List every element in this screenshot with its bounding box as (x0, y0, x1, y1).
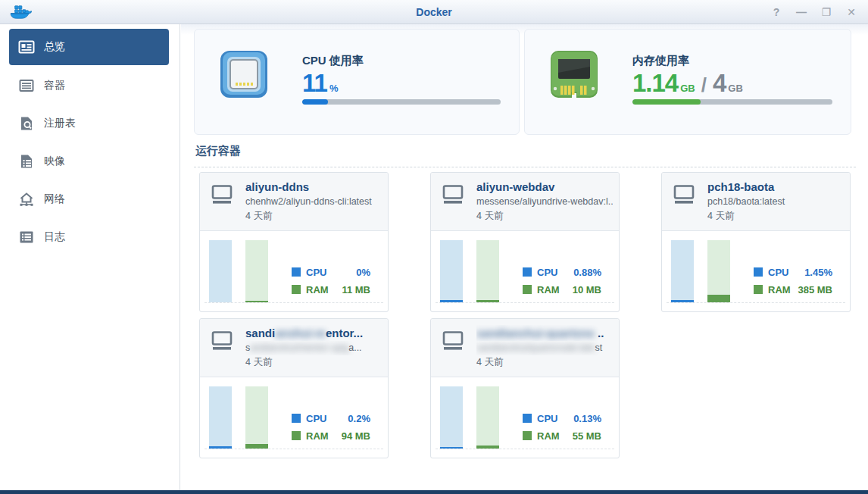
container-card-header: sandianchui-quartzno .. sandianshui/quar… (431, 319, 619, 377)
chart-baseline (205, 302, 383, 303)
ram-legend-row: RAM94 MB (292, 430, 370, 442)
container-image: chenhw2/aliyun-ddns-cli:latest (245, 195, 382, 209)
redacted-text: anshui-m (275, 327, 326, 339)
memory-progress-fill (632, 99, 701, 105)
redacted-text: sandianchui-quartzno (476, 327, 595, 339)
container-name: pch18-baota (707, 179, 844, 195)
sidebar-item-label: 映像 (44, 155, 65, 168)
ram-value: 10 MB (573, 284, 601, 295)
cpu-swatch (292, 267, 301, 277)
chart-baseline (436, 449, 614, 449)
container-card-aliyun-ddns[interactable]: aliyun-ddns chenhw2/aliyun-ddns-cli:late… (199, 172, 389, 312)
cpu-legend-row: CPU1.45% (754, 266, 832, 278)
cpu-percent-number: 11 (302, 69, 327, 97)
ram-value: 55 MB (573, 430, 601, 442)
sidebar-item-images[interactable]: 映像 (0, 142, 180, 180)
memory-separator: / (701, 73, 707, 96)
cpu-value: 1.45% (804, 267, 832, 278)
cpu-legend-row: CPU0.13% (523, 412, 601, 424)
cpu-legend-row: CPU0.88% (523, 266, 601, 278)
container-age: 4 天前 (476, 209, 613, 224)
memory-progress-bar (632, 99, 832, 105)
sidebar-item-label: 容器 (44, 79, 65, 92)
sidebar-item-overview[interactable]: 总览 (9, 29, 169, 65)
memory-value: 1.14GB/4GB (632, 69, 743, 98)
container-name: sandianchui-quartzno .. (476, 325, 613, 341)
chart-baseline (436, 302, 614, 303)
container-image: messense/aliyundrive-webdav:l... (476, 195, 613, 209)
cpu-value: 0.88% (573, 267, 601, 278)
container-card-header: pch18-baota pch18/baota:latest 4 天前 (662, 173, 850, 231)
ram-legend-row: RAM11 MB (292, 283, 370, 295)
cpu-legend-row: CPU0% (292, 266, 370, 278)
container-icon (441, 184, 465, 205)
running-containers-heading: 运行容器 (195, 144, 241, 158)
ram-chip-icon (549, 49, 599, 99)
container-card-aliyun-webdav[interactable]: aliyun-webdav messense/aliyundrive-webda… (430, 172, 620, 312)
container-card-pch18-baota[interactable]: pch18-baota pch18/baota:latest 4 天前 CPU1… (661, 172, 851, 312)
minimize-icon[interactable]: — (794, 5, 809, 20)
sidebar-item-registry[interactable]: 注册表 (0, 105, 180, 142)
cpu-label: CPU (537, 413, 557, 424)
sidebar-item-network[interactable]: 网络 (0, 180, 180, 218)
memory-total-number: 4 (713, 69, 726, 97)
ram-label: RAM (306, 430, 329, 442)
title-bar: Docker ? — ❐ ✕ (0, 0, 868, 24)
maximize-icon[interactable]: ❐ (819, 5, 834, 20)
sidebar-item-label: 注册表 (44, 117, 76, 130)
logs-icon (18, 229, 35, 245)
ram-swatch (523, 285, 532, 294)
cpu-gauge-fill (671, 300, 694, 302)
container-icon (210, 184, 234, 205)
container-image: sandianshui/mentor-spiga... (245, 341, 382, 355)
container-age: 4 天前 (245, 209, 382, 224)
ram-swatch (292, 431, 301, 440)
cpu-gauge-fill (209, 446, 232, 449)
cpu-value: 0.2% (348, 413, 370, 424)
close-icon[interactable]: ✕ (844, 5, 859, 20)
container-age: 4 天前 (476, 355, 613, 370)
ram-gauge-track (245, 240, 268, 302)
sidebar-item-logs[interactable]: 日志 (0, 218, 180, 256)
ram-gauge-track (245, 386, 268, 449)
cpu-gauge-track (671, 240, 694, 302)
ram-gauge-fill (707, 295, 730, 302)
stats-row: CPU 使用率 11% 内存使用率 (194, 29, 851, 135)
cpu-gauge-track (440, 240, 463, 302)
ram-gauge-fill (476, 300, 499, 302)
cpu-gauge-track (440, 386, 463, 449)
container-age: 4 天前 (707, 209, 844, 224)
containers-icon (18, 77, 35, 94)
cpu-card-title: CPU 使用率 (302, 54, 364, 68)
help-icon[interactable]: ? (769, 5, 784, 20)
section-divider (194, 167, 856, 167)
registry-icon (18, 115, 35, 132)
redacted-text: andianshui/mentor-spig (250, 342, 348, 353)
cpu-swatch (523, 267, 532, 277)
ram-value: 385 MB (798, 284, 832, 295)
cpu-gauge-fill (440, 300, 463, 302)
memory-used-unit: GB (680, 83, 695, 94)
container-icon (672, 184, 696, 205)
sidebar-item-containers[interactable]: 容器 (0, 67, 180, 105)
cpu-legend-row: CPU0.2% (292, 412, 370, 424)
cpu-label: CPU (306, 267, 326, 278)
cpu-usage-card: CPU 使用率 11% (194, 29, 520, 135)
cpu-value: 0.13% (573, 413, 601, 424)
sidebar-item-label: 日志 (44, 230, 65, 244)
ram-swatch (292, 285, 301, 294)
ram-swatch (754, 285, 763, 294)
container-legend: CPU0% RAM11 MB (292, 261, 370, 295)
chart-baseline (667, 302, 845, 303)
cpu-percent-unit: % (329, 83, 339, 94)
ram-label: RAM (537, 284, 560, 295)
ram-gauge-track (476, 240, 499, 302)
cpu-gauge-track (209, 386, 232, 449)
ram-value: 94 MB (342, 430, 370, 442)
container-card-4[interactable]: sandianshui-mentor... sandianshui/mentor… (199, 318, 389, 458)
memory-total-unit: GB (728, 83, 743, 94)
cpu-swatch (523, 414, 532, 423)
container-name: aliyun-ddns (245, 179, 382, 195)
container-card-5[interactable]: sandianchui-quartzno .. sandianshui/quar… (430, 318, 620, 458)
sidebar: 总览 容器 注册表 映像 (0, 24, 180, 490)
